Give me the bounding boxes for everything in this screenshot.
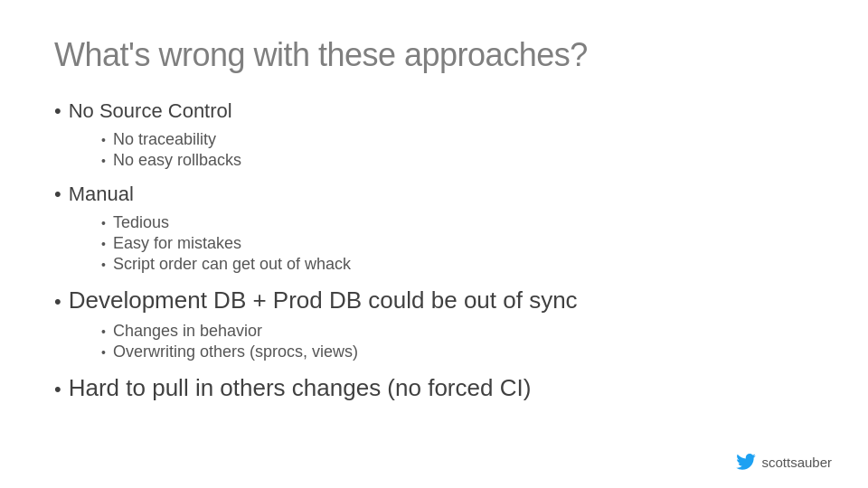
- sub-label: Tedious: [113, 213, 169, 232]
- sub-dot: •: [101, 258, 106, 272]
- bullet-dot: •: [54, 99, 61, 123]
- sub-label: Easy for mistakes: [113, 234, 241, 253]
- bullet-l2: • No easy rollbacks: [101, 151, 814, 170]
- sub-label: No traceability: [113, 130, 216, 149]
- content-area: • No Source Control • No traceability • …: [54, 96, 814, 461]
- bullet-l2: • Overwriting others (sprocs, views): [101, 343, 814, 361]
- sub-bullets-manual: • Tedious • Easy for mistakes • Script o…: [54, 213, 814, 274]
- bullet-dot: •: [54, 378, 61, 401]
- sub-dot: •: [101, 133, 106, 147]
- bullet-label: Manual: [69, 183, 134, 206]
- bullet-l2: • Tedious: [101, 213, 814, 232]
- sub-label: Changes in behavior: [113, 322, 262, 341]
- bullet-label: Hard to pull in others changes (no force…: [69, 374, 532, 402]
- bullet-l1-hard-to-pull: • Hard to pull in others changes (no for…: [54, 374, 814, 402]
- sub-dot: •: [101, 154, 106, 168]
- slide: What's wrong with these approaches? • No…: [0, 0, 868, 488]
- bullet-label: Development DB + Prod DB could be out of…: [69, 286, 578, 314]
- sub-dot: •: [101, 216, 106, 230]
- sub-label: Script order can get out of whack: [113, 255, 351, 274]
- sub-bullets-no-source-control: • No traceability • No easy rollbacks: [54, 130, 814, 170]
- bullet-l1-no-source-control: • No Source Control: [54, 99, 814, 123]
- twitter-icon: [736, 454, 756, 470]
- sub-dot: •: [101, 345, 106, 360]
- sub-dot: •: [101, 237, 106, 251]
- bullet-label: No Source Control: [69, 99, 232, 123]
- twitter-handle: scottsauber: [736, 454, 832, 470]
- slide-title: What's wrong with these approaches?: [54, 36, 814, 74]
- sub-bullets-dev-prod: • Changes in behavior • Overwriting othe…: [54, 322, 814, 361]
- twitter-username: scottsauber: [761, 455, 832, 470]
- sub-label: No easy rollbacks: [113, 151, 241, 170]
- bullet-l2: • Script order can get out of whack: [101, 255, 814, 274]
- sub-label: Overwriting others (sprocs, views): [113, 343, 358, 361]
- bullet-l1-manual: • Manual: [54, 183, 814, 206]
- bullet-l1-dev-prod-sync: • Development DB + Prod DB could be out …: [54, 286, 814, 314]
- bullet-l2: • Changes in behavior: [101, 322, 814, 341]
- bullet-l2: • No traceability: [101, 130, 814, 149]
- bullet-l2: • Easy for mistakes: [101, 234, 814, 253]
- sub-dot: •: [101, 324, 106, 339]
- bullet-dot: •: [54, 183, 61, 206]
- bullet-dot: •: [54, 290, 61, 314]
